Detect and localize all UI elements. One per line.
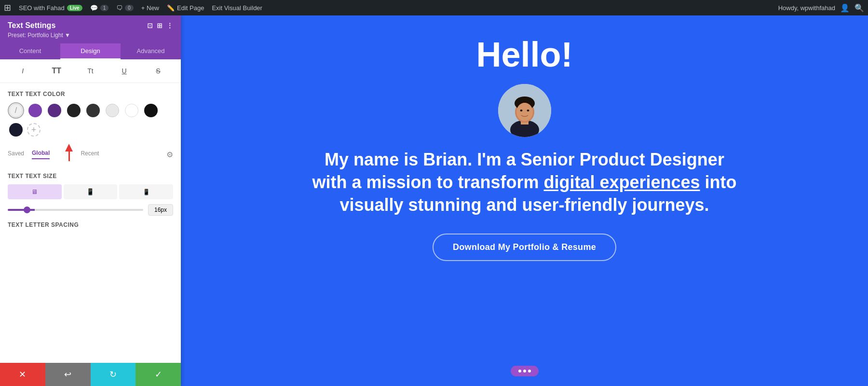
avatar [498, 84, 551, 137]
underline-button[interactable]: U [118, 64, 131, 78]
device-buttons: 🖥 📱 📱 [8, 184, 173, 199]
desktop-btn[interactable]: 🖥 [8, 184, 62, 199]
admin-bar: ⊞ SEO with Fahad Live 💬 1 🗨 0 + New ✏️ E… [0, 0, 868, 15]
formatting-bar: I TT Tt U S [0, 59, 181, 83]
title-case-button[interactable]: Tt [83, 64, 97, 78]
admin-bar-edit[interactable]: ✏️ Edit Page [167, 4, 204, 12]
save-button[interactable]: ✓ [136, 363, 181, 386]
panel-content: Text Text Color / [0, 83, 181, 363]
admin-bar-site[interactable]: SEO with Fahad Live [19, 4, 82, 12]
color-swatch-black1[interactable] [143, 102, 159, 119]
dot-3 [528, 370, 531, 372]
size-slider[interactable] [8, 209, 143, 211]
tab-advanced[interactable]: Advanced [121, 43, 181, 59]
size-section: Text Text Size 🖥 📱 📱 16px [8, 173, 173, 216]
pencil-icon: ✏️ [167, 4, 175, 12]
mobile-icon: 📱 [143, 189, 150, 195]
admin-bar-comment-bubble[interactable]: 🗨 0 [116, 4, 134, 12]
more-icon[interactable]: ⋮ [166, 22, 173, 29]
tab-design[interactable]: Design [60, 43, 121, 59]
comment-badge: 0 [125, 5, 134, 11]
color-swatch-dark-gray[interactable] [85, 102, 101, 119]
dot-1 [518, 370, 521, 372]
undo-button[interactable]: ↩ [45, 363, 91, 386]
letter-spacing-label: Text Letter Spacing [8, 221, 173, 228]
dots-button[interactable] [511, 366, 539, 376]
page-canvas: Hello! [181, 15, 868, 386]
svg-point-5 [516, 103, 533, 121]
tab-content[interactable]: Content [0, 43, 60, 59]
strikethrough-button[interactable]: S [151, 64, 165, 78]
white-swatch [125, 104, 138, 117]
hello-heading: Hello! [476, 35, 572, 74]
wp-icon: ⊞ [4, 2, 11, 13]
highlight-text: digital experiences [543, 172, 700, 192]
main-layout: Text Settings ⊡ ⊞ ⋮ Preset: Portfolio Li… [0, 0, 868, 386]
panel-title-icons: ⊡ ⊞ ⋮ [147, 22, 173, 29]
arrow-stem [68, 152, 70, 161]
panel-tabs: Content Design Advanced [0, 43, 181, 59]
comment-count: 1 [100, 5, 109, 11]
site-name-label: SEO with Fahad [19, 4, 65, 12]
dark-purple-swatch [48, 104, 61, 117]
mobile-btn[interactable]: 📱 [119, 184, 173, 199]
color-tabs: Saved Global Recent ⚙ [8, 144, 173, 165]
live-badge: Live [67, 5, 82, 11]
panel-title-text: Text Settings [8, 21, 55, 30]
bold-button[interactable]: TT [50, 64, 63, 78]
svg-point-7 [527, 110, 529, 111]
black1-swatch [144, 104, 158, 117]
color-section-label: Text Text Color [8, 91, 173, 97]
bio-text: My name is Brian. I'm a Senior Product D… [308, 149, 742, 216]
preset-chevron: ▼ [65, 32, 70, 39]
color-swatch-none[interactable]: / [8, 102, 24, 119]
add-color-button[interactable]: + [27, 123, 41, 137]
none-swatch: / [9, 104, 23, 117]
size-slider-row: 16px [8, 204, 173, 216]
color-swatch-black2[interactable] [8, 122, 24, 138]
color-tab-saved[interactable]: Saved [8, 150, 24, 159]
settings-panel: Text Settings ⊡ ⊞ ⋮ Preset: Portfolio Li… [0, 15, 181, 386]
dark-gray-swatch [86, 104, 100, 117]
edit-page-label: Edit Page [177, 4, 204, 12]
dot-2 [523, 370, 526, 372]
cancel-button[interactable]: ✕ [0, 363, 45, 386]
color-tab-global[interactable]: Global [32, 150, 50, 159]
panel-preset[interactable]: Preset: Portfolio Light ▼ [8, 32, 173, 39]
dark-swatch [67, 104, 81, 117]
color-swatches-row: / [8, 102, 173, 138]
admin-bar-exit-builder[interactable]: Exit Visual Builder [212, 4, 262, 12]
color-settings-icon[interactable]: ⚙ [166, 150, 173, 159]
color-tab-recent[interactable]: Recent [81, 150, 99, 159]
italic-button[interactable]: I [16, 64, 29, 78]
color-swatch-dark-purple[interactable] [46, 102, 63, 119]
download-button[interactable]: Download My Portfolio & Resume [433, 234, 616, 261]
expand-icon[interactable]: ⊞ [157, 22, 163, 29]
panel-header: Text Settings ⊡ ⊞ ⋮ Preset: Portfolio Li… [0, 15, 181, 43]
black2-swatch [9, 123, 23, 137]
tablet-btn[interactable]: 📱 [64, 184, 118, 199]
redo-button[interactable]: ↻ [91, 363, 136, 386]
search-icon[interactable]: 🔍 [854, 3, 864, 13]
desktop-icon: 🖥 [31, 188, 38, 195]
svg-point-6 [520, 110, 522, 111]
color-swatch-dark[interactable] [66, 102, 82, 119]
size-value[interactable]: 16px [148, 204, 173, 216]
color-swatch-light[interactable] [104, 102, 121, 119]
minimize-icon[interactable]: ⊡ [147, 22, 153, 29]
global-arrow-indicator [65, 144, 73, 161]
admin-bar-new[interactable]: + New [141, 4, 159, 12]
comment-icon: 💬 [90, 4, 98, 12]
arrow-up [65, 144, 73, 152]
admin-bar-right: Howdy, wpwithfahad 👤 🔍 [778, 3, 864, 13]
admin-bar-comments[interactable]: 💬 1 [90, 4, 109, 12]
exit-builder-label: Exit Visual Builder [212, 4, 262, 12]
preset-label: Preset: Portfolio Light [8, 32, 63, 39]
panel-bottom-toolbar: ✕ ↩ ↻ ✓ [0, 363, 181, 386]
color-swatch-white[interactable] [123, 102, 140, 119]
light-swatch [106, 104, 119, 117]
color-swatch-purple[interactable] [27, 102, 43, 119]
tablet-icon: 📱 [86, 188, 95, 195]
avatar-svg [498, 84, 551, 137]
admin-bar-wp[interactable]: ⊞ [4, 2, 11, 13]
